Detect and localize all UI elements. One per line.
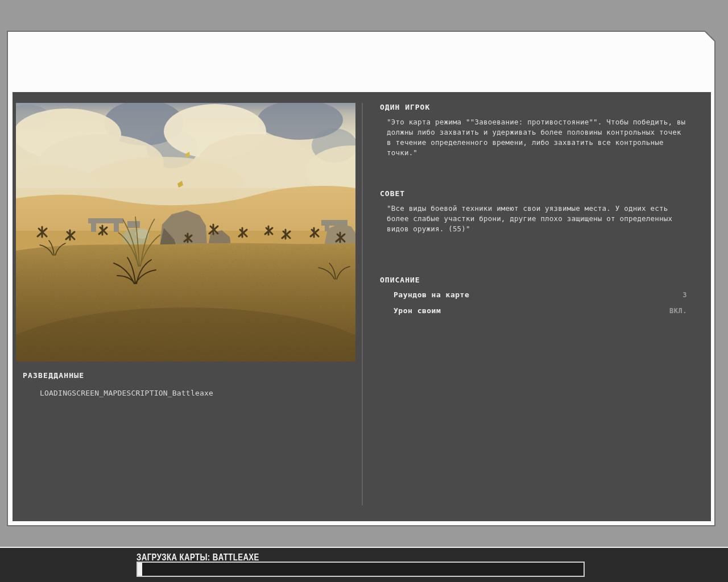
loading-bar-panel: ЗАГРУЗКА КАРТЫ: BATTLEAXE bbox=[0, 548, 728, 582]
single-player-description: "Это карта режима ""Завоевание: противос… bbox=[387, 117, 687, 158]
tip-heading: СОВЕТ bbox=[380, 189, 405, 198]
desert-landscape-art bbox=[16, 103, 355, 361]
tip-description: "Все виды боевой техники имеют свои уязв… bbox=[387, 203, 687, 234]
rounds-value: 3 bbox=[682, 291, 687, 299]
column-divider bbox=[362, 103, 363, 505]
window-inner-panel: BATTLEAXE bbox=[8, 32, 714, 525]
rounds-row: Раундов на карте 3 bbox=[394, 290, 687, 299]
description-heading: ОПИСАНИЕ bbox=[380, 276, 420, 284]
progress-bar-track bbox=[136, 562, 585, 577]
content-panel: РАЗВЕДДАННЫЕ LOADINGSCREEN_MAPDESCRIPTIO… bbox=[13, 92, 711, 521]
rounds-label: Раундов на карте bbox=[394, 290, 469, 299]
map-preview-image bbox=[16, 103, 355, 361]
friendly-fire-label: Урон своим bbox=[394, 306, 441, 315]
intel-value: LOADINGSCREEN_MAPDESCRIPTION_Battleaxe bbox=[40, 389, 213, 397]
intel-heading: РАЗВЕДДАННЫЕ bbox=[23, 371, 84, 380]
single-player-heading: ОДИН ИГРОК bbox=[380, 103, 430, 111]
friendly-fire-value: ВКЛ. bbox=[669, 307, 687, 315]
friendly-fire-row: Урон своим ВКЛ. bbox=[394, 306, 687, 315]
progress-fill bbox=[138, 563, 142, 576]
loading-screen-window: BATTLEAXE bbox=[7, 31, 715, 526]
